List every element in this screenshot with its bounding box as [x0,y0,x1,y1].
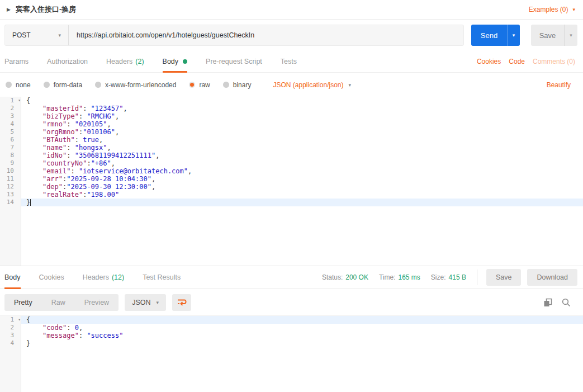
code-token: { [26,316,30,324]
line-number: 3 [0,112,21,120]
code-content[interactable]: "name": "hongsx", [21,144,583,152]
cookies-link[interactable]: Cookies [477,58,501,65]
wrap-text-icon [177,298,187,306]
code-content[interactable]: "idNo": "350681199412251111", [21,152,583,159]
response-meta: Status: 200 OK Time: 165 ms Size: 415 B … [322,266,577,289]
code-token: "iotservice@orbitatech.com" [79,167,188,175]
fold-caret-icon[interactable]: ▾ [18,316,21,324]
collapse-triangle-icon[interactable]: ▶ [7,7,11,12]
line-number: 11 [0,175,21,183]
request-body-editor[interactable]: 1▾{2 "masterId": "123457",3 "bizType": "… [0,97,583,266]
body-mode-x-www-form-urlencoded[interactable]: x-www-form-urlencoded [95,81,176,89]
code-content[interactable]: } [21,199,583,206]
examples-dropdown[interactable]: Examples (0) ▾ [529,6,575,13]
view-mode-raw[interactable]: Raw [42,299,75,306]
body-mode-none[interactable]: none [6,81,31,89]
body-mode-binary[interactable]: binary [223,81,252,89]
code-token [26,191,42,199]
code-line: 4} [0,339,583,347]
response-save-button[interactable]: Save [486,269,522,286]
response-tab-test-results[interactable]: Test Results [143,266,181,289]
code-content[interactable]: "countryNo":"+86", [21,159,583,167]
code-content[interactable]: "message": "success" [21,332,583,339]
code-content[interactable]: "masterId": "123457", [21,105,583,112]
code-token: : [75,136,83,144]
tab-authorization[interactable]: Authorization [47,51,88,72]
method-value: POST [12,31,31,39]
code-line: 1▾{ [0,316,583,324]
code-token: , [155,152,159,159]
url-input[interactable]: https://api.orbitaiot.com/open/v1/hotelg… [69,25,463,45]
wrap-text-button[interactable] [172,294,191,311]
code-token [26,105,42,112]
code-token [26,112,42,120]
tab-headers[interactable]: Headers(2) [106,51,144,72]
code-content[interactable]: "BTAuth": true, [21,136,583,144]
method-select[interactable]: POST ▾ [5,25,69,45]
code-token: "hongsx" [75,144,107,152]
response-download-button[interactable]: Download [527,269,577,286]
response-tab-cookies[interactable]: Cookies [39,266,64,289]
tab-tests[interactable]: Tests [281,51,297,72]
radio-icon [189,82,195,88]
beautify-link[interactable]: Beautify [547,81,571,89]
radio-label: x-www-form-urlencoded [105,81,176,89]
tab-count-badge: (12) [112,273,124,281]
line-number: 4 [0,120,21,128]
status-label: Status: [322,273,343,281]
save-button[interactable]: Save [531,25,564,46]
body-mode-raw[interactable]: raw [189,81,210,89]
tab-pre-request-script[interactable]: Pre-request Script [206,51,262,72]
code-content[interactable]: { [21,97,583,105]
tab-params[interactable]: Params [4,51,29,72]
code-link[interactable]: Code [509,58,525,65]
code-token: "2025-09-30 12:30:00" [67,183,151,191]
code-content[interactable]: "bizType": "RMCHG", [21,112,583,120]
code-content[interactable]: "dep":"2025-09-30 12:30:00", [21,183,583,191]
code-content[interactable]: "code": 0, [21,324,583,332]
code-line: 3 "message": "success" [0,332,583,339]
code-token: "success" [87,332,123,339]
code-content[interactable]: "realRate":"198.00" [21,191,583,199]
fold-caret-icon[interactable]: ▾ [18,97,21,105]
tab-body[interactable]: Body [163,51,188,72]
body-mode-form-data[interactable]: form-data [44,81,82,89]
code-token: "name" [42,144,67,152]
send-options-button[interactable]: ▾ [507,25,520,46]
view-mode-pretty[interactable]: Pretty [4,299,42,306]
code-token: "dep" [42,183,63,191]
code-token: , [79,324,83,332]
code-content[interactable]: "arr":"2025-09-28 10:04:30", [21,175,583,183]
code-content[interactable]: "rmno": "020105", [21,120,583,128]
code-content[interactable]: "email": "iotservice@orbitatech.com", [21,167,583,175]
response-tab-headers[interactable]: Headers(12) [83,266,124,289]
code-token: "BTAuth" [42,136,75,144]
code-line: 7 "name": "hongsx", [0,144,583,152]
save-options-button[interactable]: ▾ [564,25,577,46]
response-tab-list: BodyCookiesHeaders(12)Test Results [4,266,199,289]
content-type-value: JSON (application/json) [273,81,343,89]
line-number: 8 [0,152,21,159]
code-token: "idNo" [42,152,67,159]
copy-button[interactable] [543,298,552,307]
code-token: { [26,97,30,105]
line-number: 3 [0,332,21,339]
view-mode-preview[interactable]: Preview [75,299,119,306]
code-content[interactable]: "orgRmno":"010106", [21,128,583,136]
green-dot-icon [183,59,187,64]
search-button[interactable] [562,298,571,307]
code-content[interactable]: } [21,339,583,347]
line-number: 7 [0,144,21,152]
response-body-editor[interactable]: 1▾{2 "code": 0,3 "message": "success"4} [0,316,583,392]
code-token: 0 [75,324,79,332]
response-tab-body[interactable]: Body [4,266,21,289]
content-type-select[interactable]: JSON (application/json) ▾ [273,81,351,89]
url-bar: POST ▾ https://api.orbitaiot.com/open/v1… [4,25,464,46]
code-token: true [83,136,99,144]
examples-label: Examples (0) [529,6,568,13]
send-button[interactable]: Send [471,25,507,46]
code-content[interactable]: { [21,316,583,324]
code-token: , [115,128,119,136]
response-format-select[interactable]: JSON ▾ [125,294,166,311]
comments-link[interactable]: Comments (0) [533,58,575,65]
